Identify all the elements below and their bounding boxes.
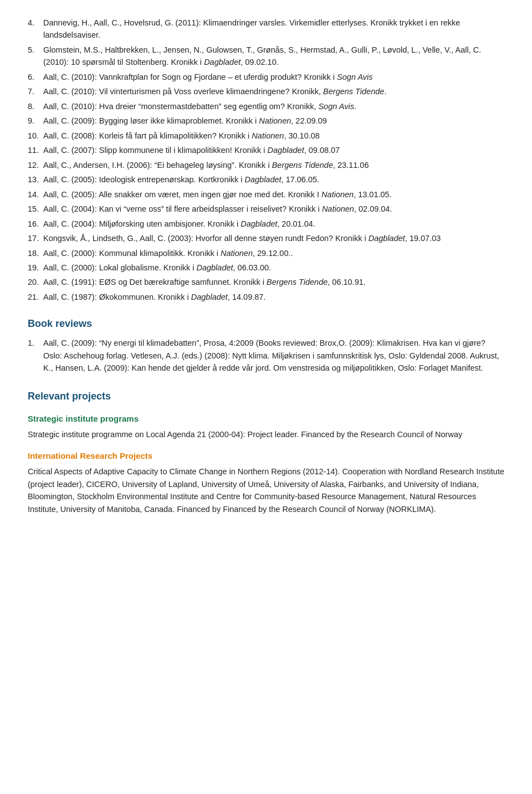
list-item: 7. Aall, C. (2010): Vil vinterturismen p…: [28, 85, 504, 98]
relevant-projects-section: Relevant projects Strategic institute pr…: [28, 389, 504, 515]
item-text: Aall, C. (2004): Miljøforsking uten ambi…: [43, 218, 504, 230]
item-num: 9.: [28, 115, 43, 127]
item-num: 4.: [28, 17, 43, 42]
list-item: 4. Dannevig, H., Aall, C., Hovelsrud, G.…: [28, 17, 504, 42]
strategic-text: Strategic institute programme on Local A…: [28, 428, 504, 440]
list-item: 18. Aall, C. (2000): Kommunal klimapolit…: [28, 247, 504, 259]
item-num: 14.: [28, 188, 43, 201]
strategic-heading: Strategic institute programs: [28, 413, 504, 426]
item-num: 16.: [28, 218, 43, 230]
item-text: Aall, C. (2010): Vil vinterturismen på V…: [43, 85, 504, 98]
item-text: Aall, C. (2009): Bygging løser ikke klim…: [43, 115, 504, 127]
item-text: Aall, C. (2007): Slipp kommunene til i k…: [43, 144, 504, 156]
item-num: 20.: [28, 276, 43, 288]
item-text: Glomstein, M.S., Haltbrekken, L., Jensen…: [43, 44, 504, 69]
item-text: Aall, C. (2009): “Ny energi til klimadeb…: [43, 337, 504, 374]
list-item: 17. Kongsvik, Å., Lindseth, G., Aall, C.…: [28, 232, 504, 244]
intl-subsection: International Research Projects Critical…: [28, 450, 504, 515]
item-num: 21.: [28, 291, 43, 303]
item-text: Aall, C. (2005): Ideologisk entrepenørsk…: [43, 173, 504, 186]
item-text: Aall, C. (1987): Økokommunen. Kronikk i …: [43, 291, 504, 303]
item-num: 11.: [28, 144, 43, 156]
item-text: Aall, C. (2000): Kommunal klimapolitikk.…: [43, 247, 504, 259]
list-item: 5. Glomstein, M.S., Haltbrekken, L., Jen…: [28, 44, 504, 69]
item-text: Aall, C. (1991): EØS og Det bærekraftige…: [43, 276, 504, 288]
intl-heading: International Research Projects: [28, 450, 504, 463]
item-num: 13.: [28, 173, 43, 186]
list-item: 14. Aall, C. (2005): Alle snakker om vær…: [28, 188, 504, 201]
strategic-subsection: Strategic institute programs Strategic i…: [28, 413, 504, 441]
list-item: 21. Aall, C. (1987): Økokommunen. Kronik…: [28, 291, 504, 303]
item-text: Aall, C. (2010): Vannkraftplan for Sogn …: [43, 71, 504, 83]
list-item: 9. Aall, C. (2009): Bygging løser ikke k…: [28, 115, 504, 127]
list-item: 19. Aall, C. (2000): Lokal globalisme. K…: [28, 262, 504, 274]
item-text: Aall, C. (2005): Alle snakker om været, …: [43, 188, 504, 201]
list-item: 15. Aall, C. (2004): Kan vi “verne oss” …: [28, 203, 504, 215]
list-item: 8. Aall, C. (2010): Hva dreier “monsterm…: [28, 100, 504, 112]
book-review-item: 1. Aall, C. (2009): “Ny energi til klima…: [28, 337, 504, 374]
item-num: 10.: [28, 130, 43, 142]
item-text: Aall, C. (2004): Kan vi “verne oss” til …: [43, 203, 504, 215]
item-num: 8.: [28, 100, 43, 112]
list-item: 6. Aall, C. (2010): Vannkraftplan for So…: [28, 71, 504, 83]
book-reviews-section: Book reviews 1. Aall, C. (2009): “Ny ene…: [28, 316, 504, 374]
item-num: 15.: [28, 203, 43, 215]
item-text: Kongsvik, Å., Lindseth, G., Aall, C. (20…: [43, 232, 504, 244]
list-item: 16. Aall, C. (2004): Miljøforsking uten …: [28, 218, 504, 230]
item-num: 1.: [28, 337, 43, 374]
item-text: Aall, C. (2010): Hva dreier “monstermast…: [43, 100, 504, 112]
list-item: 20. Aall, C. (1991): EØS og Det bærekraf…: [28, 276, 504, 288]
item-num: 18.: [28, 247, 43, 259]
relevant-projects-heading: Relevant projects: [28, 389, 504, 404]
numbered-list: 4. Dannevig, H., Aall, C., Hovelsrud, G.…: [28, 17, 504, 303]
list-item: 11. Aall, C. (2007): Slipp kommunene til…: [28, 144, 504, 156]
item-num: 12.: [28, 159, 43, 171]
intl-text: Critical Aspects of Adaptive Capacity to…: [28, 465, 504, 515]
item-text: Aall, C. (2000): Lokal globalisme. Kroni…: [43, 262, 504, 274]
list-item: 10. Aall, C. (2008): Korleis få fart på …: [28, 130, 504, 142]
list-item: 13. Aall, C. (2005): Ideologisk entrepen…: [28, 173, 504, 186]
item-num: 6.: [28, 71, 43, 83]
item-num: 5.: [28, 44, 43, 69]
book-reviews-heading: Book reviews: [28, 316, 504, 331]
item-num: 7.: [28, 85, 43, 98]
item-text: Aall, C. (2008): Korleis få fart på klim…: [43, 130, 504, 142]
item-num: 17.: [28, 232, 43, 244]
item-num: 19.: [28, 262, 43, 274]
item-text: Dannevig, H., Aall, C., Hovelsrud, G. (2…: [43, 17, 504, 42]
item-text: Aall, C., Andersen, I.H. (2006): “Ei beh…: [43, 159, 504, 171]
list-item: 12. Aall, C., Andersen, I.H. (2006): “Ei…: [28, 159, 504, 171]
